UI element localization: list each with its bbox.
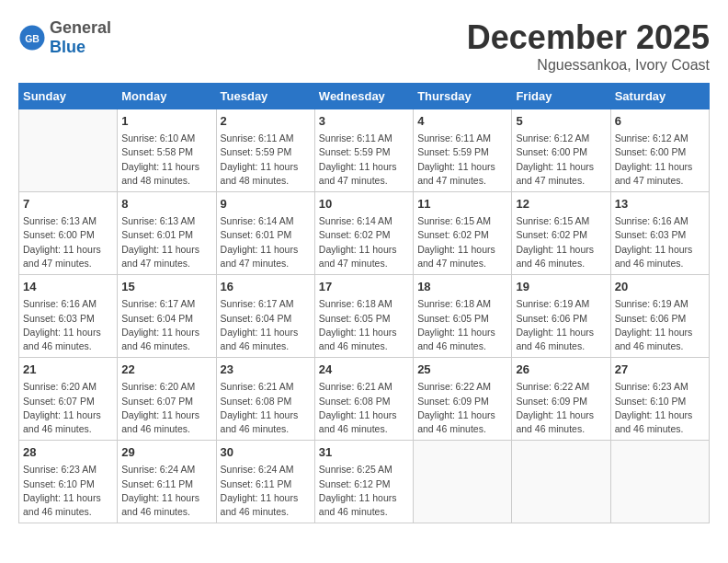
day-number: 31 bbox=[319, 444, 409, 461]
calendar-cell bbox=[610, 441, 709, 523]
day-info: Sunrise: 6:25 AM Sunset: 6:12 PM Dayligh… bbox=[319, 463, 409, 519]
calendar-cell: 25Sunrise: 6:22 AM Sunset: 6:09 PM Dayli… bbox=[414, 358, 512, 441]
calendar-header-row: SundayMondayTuesdayWednesdayThursdayFrid… bbox=[19, 84, 710, 109]
day-number: 4 bbox=[417, 113, 507, 130]
day-info: Sunrise: 6:13 AM Sunset: 6:01 PM Dayligh… bbox=[121, 214, 211, 270]
calendar-cell: 29Sunrise: 6:24 AM Sunset: 6:11 PM Dayli… bbox=[118, 441, 216, 523]
calendar-cell: 16Sunrise: 6:17 AM Sunset: 6:04 PM Dayli… bbox=[216, 275, 314, 358]
logo-text: General Blue bbox=[50, 18, 111, 57]
calendar-cell: 4Sunrise: 6:11 AM Sunset: 5:59 PM Daylig… bbox=[414, 109, 512, 192]
day-info: Sunrise: 6:18 AM Sunset: 6:05 PM Dayligh… bbox=[319, 297, 409, 353]
calendar-cell: 13Sunrise: 6:16 AM Sunset: 6:03 PM Dayli… bbox=[610, 192, 709, 275]
calendar-week-row: 7Sunrise: 6:13 AM Sunset: 6:00 PM Daylig… bbox=[19, 192, 710, 275]
day-info: Sunrise: 6:16 AM Sunset: 6:03 PM Dayligh… bbox=[23, 297, 113, 353]
logo-blue: Blue bbox=[50, 38, 111, 57]
day-number: 5 bbox=[516, 113, 606, 130]
calendar-cell: 20Sunrise: 6:19 AM Sunset: 6:06 PM Dayli… bbox=[610, 275, 709, 358]
calendar-cell: 15Sunrise: 6:17 AM Sunset: 6:04 PM Dayli… bbox=[118, 275, 216, 358]
calendar-cell bbox=[414, 441, 512, 523]
day-number: 2 bbox=[221, 113, 311, 130]
day-number: 3 bbox=[319, 113, 409, 130]
day-number: 18 bbox=[417, 279, 507, 295]
day-info: Sunrise: 6:18 AM Sunset: 6:05 PM Dayligh… bbox=[417, 297, 507, 353]
day-number: 7 bbox=[23, 196, 113, 213]
calendar-cell: 18Sunrise: 6:18 AM Sunset: 6:05 PM Dayli… bbox=[414, 275, 512, 358]
calendar-week-row: 1Sunrise: 6:10 AM Sunset: 5:58 PM Daylig… bbox=[19, 109, 710, 192]
day-number: 13 bbox=[615, 196, 705, 213]
day-number: 24 bbox=[319, 362, 409, 378]
calendar-cell bbox=[512, 441, 610, 523]
day-number: 9 bbox=[221, 196, 311, 213]
day-info: Sunrise: 6:11 AM Sunset: 5:59 PM Dayligh… bbox=[417, 132, 507, 188]
svg-text:GB: GB bbox=[25, 33, 40, 44]
day-info: Sunrise: 6:13 AM Sunset: 6:00 PM Dayligh… bbox=[23, 214, 113, 270]
day-number: 28 bbox=[23, 444, 113, 461]
calendar-cell: 14Sunrise: 6:16 AM Sunset: 6:03 PM Dayli… bbox=[19, 275, 118, 358]
day-of-week-header: Saturday bbox=[610, 84, 709, 109]
calendar-cell: 8Sunrise: 6:13 AM Sunset: 6:01 PM Daylig… bbox=[118, 192, 216, 275]
calendar-table: SundayMondayTuesdayWednesdayThursdayFrid… bbox=[18, 83, 710, 523]
day-number: 17 bbox=[319, 279, 409, 295]
calendar-cell: 17Sunrise: 6:18 AM Sunset: 6:05 PM Dayli… bbox=[314, 275, 413, 358]
day-info: Sunrise: 6:20 AM Sunset: 6:07 PM Dayligh… bbox=[23, 380, 113, 436]
day-info: Sunrise: 6:21 AM Sunset: 6:08 PM Dayligh… bbox=[319, 380, 409, 436]
day-info: Sunrise: 6:10 AM Sunset: 5:58 PM Dayligh… bbox=[121, 132, 211, 188]
logo: GB General Blue bbox=[18, 18, 111, 57]
day-info: Sunrise: 6:12 AM Sunset: 6:00 PM Dayligh… bbox=[615, 132, 705, 188]
calendar-cell: 19Sunrise: 6:19 AM Sunset: 6:06 PM Dayli… bbox=[512, 275, 610, 358]
day-number: 19 bbox=[516, 279, 606, 295]
day-info: Sunrise: 6:19 AM Sunset: 6:06 PM Dayligh… bbox=[615, 297, 705, 353]
calendar-cell: 28Sunrise: 6:23 AM Sunset: 6:10 PM Dayli… bbox=[19, 441, 118, 523]
day-info: Sunrise: 6:24 AM Sunset: 6:11 PM Dayligh… bbox=[121, 463, 211, 519]
day-number: 6 bbox=[615, 113, 705, 130]
day-info: Sunrise: 6:12 AM Sunset: 6:00 PM Dayligh… bbox=[516, 132, 606, 188]
calendar-cell: 2Sunrise: 6:11 AM Sunset: 5:59 PM Daylig… bbox=[216, 109, 314, 192]
day-number: 20 bbox=[615, 279, 705, 295]
calendar-cell: 7Sunrise: 6:13 AM Sunset: 6:00 PM Daylig… bbox=[19, 192, 118, 275]
calendar-cell: 31Sunrise: 6:25 AM Sunset: 6:12 PM Dayli… bbox=[314, 441, 413, 523]
day-of-week-header: Sunday bbox=[19, 84, 118, 109]
calendar-cell: 21Sunrise: 6:20 AM Sunset: 6:07 PM Dayli… bbox=[19, 358, 118, 441]
day-of-week-header: Friday bbox=[512, 84, 610, 109]
day-info: Sunrise: 6:17 AM Sunset: 6:04 PM Dayligh… bbox=[221, 297, 311, 353]
day-info: Sunrise: 6:22 AM Sunset: 6:09 PM Dayligh… bbox=[417, 380, 507, 436]
calendar-cell: 23Sunrise: 6:21 AM Sunset: 6:08 PM Dayli… bbox=[216, 358, 314, 441]
day-number: 16 bbox=[221, 279, 311, 295]
day-of-week-header: Monday bbox=[118, 84, 216, 109]
calendar-cell bbox=[19, 109, 118, 192]
calendar-cell: 26Sunrise: 6:22 AM Sunset: 6:09 PM Dayli… bbox=[512, 358, 610, 441]
month-title: December 2025 bbox=[467, 18, 710, 57]
day-number: 14 bbox=[23, 279, 113, 295]
day-info: Sunrise: 6:24 AM Sunset: 6:11 PM Dayligh… bbox=[221, 463, 311, 519]
day-info: Sunrise: 6:23 AM Sunset: 6:10 PM Dayligh… bbox=[615, 380, 705, 436]
day-number: 22 bbox=[121, 362, 211, 378]
calendar-week-row: 21Sunrise: 6:20 AM Sunset: 6:07 PM Dayli… bbox=[19, 358, 710, 441]
calendar-week-row: 14Sunrise: 6:16 AM Sunset: 6:03 PM Dayli… bbox=[19, 275, 710, 358]
day-number: 8 bbox=[121, 196, 211, 213]
day-number: 26 bbox=[516, 362, 606, 378]
calendar-cell: 12Sunrise: 6:15 AM Sunset: 6:02 PM Dayli… bbox=[512, 192, 610, 275]
calendar-cell: 3Sunrise: 6:11 AM Sunset: 5:59 PM Daylig… bbox=[314, 109, 413, 192]
day-info: Sunrise: 6:20 AM Sunset: 6:07 PM Dayligh… bbox=[121, 380, 211, 436]
calendar-cell: 1Sunrise: 6:10 AM Sunset: 5:58 PM Daylig… bbox=[118, 109, 216, 192]
day-info: Sunrise: 6:19 AM Sunset: 6:06 PM Dayligh… bbox=[516, 297, 606, 353]
title-area: December 2025 Nguessankoa, Ivory Coast bbox=[467, 18, 710, 74]
day-number: 30 bbox=[221, 444, 311, 461]
day-number: 25 bbox=[417, 362, 507, 378]
day-info: Sunrise: 6:16 AM Sunset: 6:03 PM Dayligh… bbox=[615, 214, 705, 270]
day-number: 15 bbox=[121, 279, 211, 295]
day-info: Sunrise: 6:11 AM Sunset: 5:59 PM Dayligh… bbox=[319, 132, 409, 188]
day-info: Sunrise: 6:23 AM Sunset: 6:10 PM Dayligh… bbox=[23, 463, 113, 519]
day-of-week-header: Thursday bbox=[414, 84, 512, 109]
day-info: Sunrise: 6:17 AM Sunset: 6:04 PM Dayligh… bbox=[121, 297, 211, 353]
logo-general: General bbox=[50, 18, 111, 38]
logo-icon: GB bbox=[18, 24, 46, 52]
day-info: Sunrise: 6:21 AM Sunset: 6:08 PM Dayligh… bbox=[221, 380, 311, 436]
calendar-cell: 27Sunrise: 6:23 AM Sunset: 6:10 PM Dayli… bbox=[610, 358, 709, 441]
calendar-week-row: 28Sunrise: 6:23 AM Sunset: 6:10 PM Dayli… bbox=[19, 441, 710, 523]
day-of-week-header: Tuesday bbox=[216, 84, 314, 109]
location: Nguessankoa, Ivory Coast bbox=[467, 57, 710, 74]
day-number: 12 bbox=[516, 196, 606, 213]
calendar-cell: 5Sunrise: 6:12 AM Sunset: 6:00 PM Daylig… bbox=[512, 109, 610, 192]
day-number: 1 bbox=[121, 113, 211, 130]
